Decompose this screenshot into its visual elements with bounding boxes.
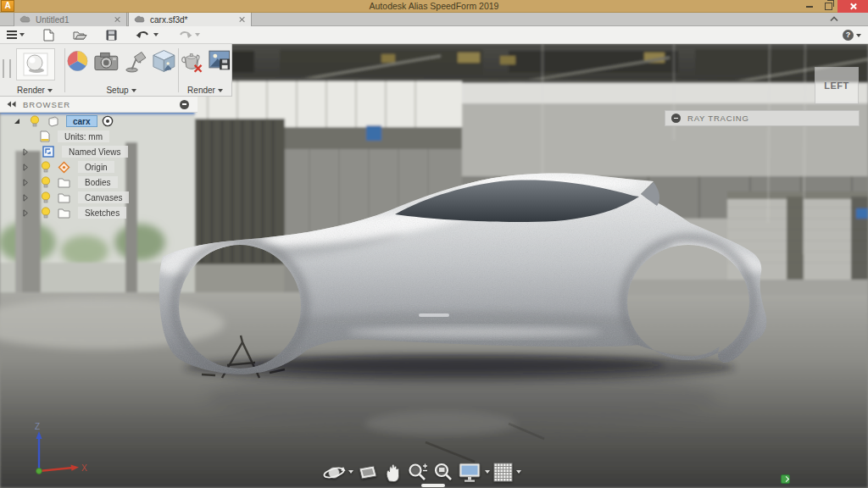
panel-options-icon[interactable] xyxy=(180,100,189,109)
caret-down-icon xyxy=(19,33,25,36)
component-icon xyxy=(47,115,59,127)
hamburger-icon xyxy=(7,30,17,39)
render-mode-group: Render xyxy=(8,44,61,97)
visibility-bulb-icon[interactable] xyxy=(41,161,51,173)
tree-row-named-views[interactable]: Named Views xyxy=(0,145,128,158)
browser-panel-title: BROWSER xyxy=(23,100,180,109)
minimize-icon xyxy=(806,6,813,8)
browser-panel-header[interactable]: BROWSER xyxy=(0,97,198,113)
browser-tree: carx Units: mm Named Views Origin xyxy=(0,113,203,265)
ray-tracing-stop-icon[interactable] xyxy=(671,114,681,123)
restore-icon xyxy=(825,3,832,10)
document-tab-bar: Untitled1 carx.sf3d* xyxy=(0,13,868,26)
tab-label: Untitled1 xyxy=(36,15,109,25)
chevron-up-icon[interactable] xyxy=(829,15,839,22)
caret-down-icon[interactable] xyxy=(348,470,353,474)
viewport-3d[interactable]: Render xyxy=(0,44,868,488)
lamp-icon[interactable] xyxy=(124,48,148,74)
view-cube-face-label: LEFT xyxy=(824,80,849,91)
redo-icon xyxy=(177,30,192,40)
file-menu-button[interactable] xyxy=(7,30,25,39)
environment-icon[interactable] xyxy=(152,48,176,74)
collapsed-arrow-icon[interactable] xyxy=(23,194,28,202)
collapsed-arrow-icon[interactable] xyxy=(23,209,28,217)
appearance-icon[interactable] xyxy=(66,48,89,74)
grid-icon[interactable] xyxy=(492,461,514,484)
ray-tracing-bar[interactable]: RAY TRACING xyxy=(665,110,860,126)
tab-close-icon[interactable] xyxy=(239,16,246,23)
origin-icon xyxy=(58,161,70,174)
axis-x-label: X xyxy=(81,463,87,473)
axis-triad: Z X xyxy=(24,422,90,481)
caret-down-icon[interactable] xyxy=(516,470,521,474)
orbit-icon[interactable] xyxy=(322,461,346,484)
save-icon[interactable] xyxy=(106,30,117,41)
render-group-label: Render xyxy=(187,86,215,95)
folder-icon xyxy=(58,192,70,203)
caret-down-icon[interactable] xyxy=(485,470,490,474)
caret-down-icon xyxy=(218,89,223,92)
tree-row-canvases[interactable]: Canvases xyxy=(0,191,129,204)
setup-group: Setup xyxy=(66,44,176,97)
tab-label: carx.sf3d* xyxy=(150,15,234,25)
visibility-bulb-icon[interactable] xyxy=(30,115,40,127)
status-badge[interactable] xyxy=(781,474,790,484)
collapsed-arrow-icon[interactable] xyxy=(23,179,28,186)
camera-icon[interactable] xyxy=(93,48,120,74)
tab-untitled1[interactable]: Untitled1 xyxy=(14,13,127,26)
close-icon xyxy=(849,3,857,10)
expanded-arrow-icon[interactable] xyxy=(14,118,20,125)
collapsed-arrow-icon[interactable] xyxy=(23,164,28,171)
tree-item-label[interactable]: Canvases xyxy=(78,191,129,203)
help-button[interactable]: ? xyxy=(843,26,861,44)
document-icon xyxy=(134,15,145,24)
tree-item-label[interactable]: Sketches xyxy=(78,207,126,219)
ray-tracing-label: RAY TRACING xyxy=(687,114,749,123)
close-button[interactable] xyxy=(837,0,868,13)
zoom-window-icon[interactable] xyxy=(432,461,454,484)
look-at-icon[interactable] xyxy=(356,461,380,484)
tree-row-carx[interactable]: carx xyxy=(0,114,117,128)
tab-carx[interactable]: carx.sf3d* xyxy=(128,13,252,26)
render-mode-button[interactable] xyxy=(16,48,55,80)
render-cancel-icon[interactable] xyxy=(180,48,203,74)
active-tool-indicator xyxy=(421,484,445,487)
undo-icon xyxy=(136,30,151,40)
tree-row-bodies[interactable]: Bodies xyxy=(0,175,118,189)
activate-component-icon[interactable] xyxy=(102,115,114,127)
caret-down-icon xyxy=(47,89,53,92)
tree-item-label[interactable]: Bodies xyxy=(78,176,118,188)
collapsed-arrow-icon[interactable] xyxy=(23,148,28,156)
open-file-icon[interactable] xyxy=(73,30,87,41)
folder-icon xyxy=(58,208,70,219)
tab-close-icon[interactable] xyxy=(114,16,121,23)
tree-row-units[interactable]: Units: mm xyxy=(0,130,109,143)
visibility-bulb-icon[interactable] xyxy=(41,176,51,188)
zoom-icon[interactable] xyxy=(407,461,430,484)
setup-group-label: Setup xyxy=(106,86,128,95)
tree-item-label[interactable]: Named Views xyxy=(62,146,128,158)
app-window: A Autodesk Alias SpeedForm 2019 Untitled… xyxy=(0,0,868,488)
redo-button[interactable] xyxy=(177,30,200,40)
display-settings-icon[interactable] xyxy=(457,461,482,484)
render-image-icon[interactable] xyxy=(208,48,231,72)
tree-row-sketches[interactable]: Sketches xyxy=(0,206,126,219)
tree-row-origin[interactable]: Origin xyxy=(0,160,114,174)
tree-item-label[interactable]: Units: mm xyxy=(58,130,109,142)
caret-down-icon xyxy=(153,33,159,36)
named-views-icon xyxy=(42,146,54,158)
visibility-bulb-icon[interactable] xyxy=(41,207,51,219)
visibility-bulb-icon[interactable] xyxy=(41,191,51,203)
new-file-icon[interactable] xyxy=(43,29,54,42)
collapse-panel-icon[interactable] xyxy=(7,101,16,108)
render-sphere-icon xyxy=(23,53,48,76)
caret-down-icon xyxy=(195,33,200,36)
undo-button[interactable] xyxy=(136,30,159,40)
tree-item-label[interactable]: carx xyxy=(66,115,97,127)
minimize-button[interactable] xyxy=(800,0,819,13)
tree-item-label[interactable]: Origin xyxy=(78,161,114,173)
folder-icon xyxy=(58,177,70,188)
view-cube[interactable]: LEFT xyxy=(815,67,859,104)
restore-button[interactable] xyxy=(819,0,837,13)
pan-icon[interactable] xyxy=(382,461,404,484)
